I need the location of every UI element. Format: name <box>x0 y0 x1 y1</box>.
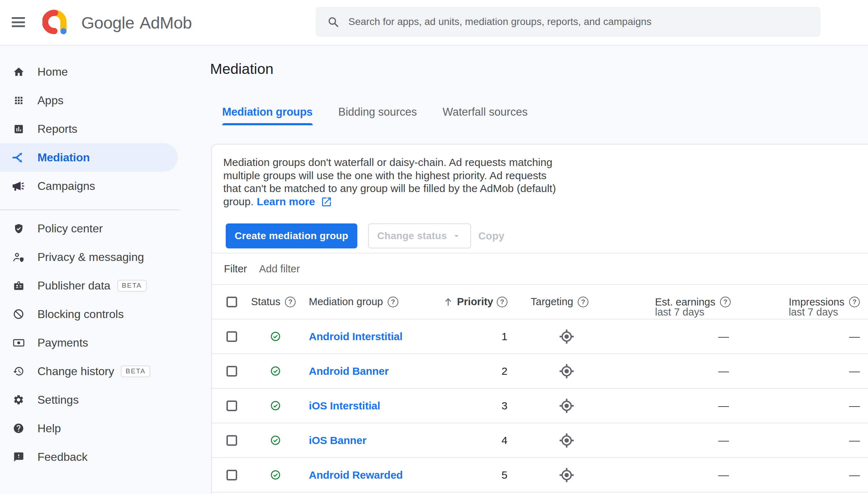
column-priority-sort[interactable]: Priority ? <box>443 296 514 308</box>
impressions-value: — <box>849 434 860 447</box>
targeting-icon[interactable] <box>559 363 575 379</box>
copy-button[interactable]: Copy <box>478 230 504 242</box>
info-line: multiple groups will use the one with th… <box>223 169 860 182</box>
sidebar-item-payments[interactable]: Payments <box>0 328 178 357</box>
sidebar-item-change-history[interactable]: Change history BETA <box>0 357 178 385</box>
brand-google: Google <box>81 13 134 32</box>
info-line-text: group. <box>223 195 254 208</box>
earnings-value: — <box>718 365 731 377</box>
beta-badge: BETA <box>121 366 150 377</box>
sidebar-item-label: Reports <box>37 122 77 136</box>
table-row: iOS Banner 4 — — <box>212 423 868 458</box>
mediation-group-link[interactable]: Android Interstitial <box>309 331 403 343</box>
table-row: iOS Interstitial 3 — — <box>212 389 868 423</box>
sidebar-item-help[interactable]: Help <box>0 414 178 443</box>
column-priority: Priority <box>457 296 493 308</box>
targeting-help-icon[interactable]: ? <box>578 297 588 307</box>
status-enabled-icon <box>270 435 281 445</box>
sidebar-item-label: Policy center <box>37 222 103 235</box>
priority-value: 1 <box>501 331 514 343</box>
search-icon <box>327 16 339 28</box>
mediation-groups-card: Mediation groups don't waterfall or dais… <box>211 144 868 494</box>
priority-help-icon[interactable]: ? <box>497 297 507 307</box>
mediation-groups-table: Status ? Mediation group ? Priority ? Ta… <box>212 285 868 493</box>
table-header-row: Status ? Mediation group ? Priority ? Ta… <box>212 285 868 319</box>
sidebar-item-blocking-controls[interactable]: Blocking controls <box>0 300 178 328</box>
tab-waterfall-sources[interactable]: Waterfall sources <box>443 105 527 125</box>
sidebar-item-reports[interactable]: Reports <box>0 115 178 143</box>
impressions-help-icon[interactable]: ? <box>849 297 860 307</box>
status-help-icon[interactable]: ? <box>285 297 296 307</box>
earnings-value: — <box>718 469 731 481</box>
history-icon <box>12 365 25 378</box>
earnings-value: — <box>718 434 731 447</box>
sidebar-item-mediation[interactable]: Mediation <box>0 143 178 172</box>
block-icon <box>12 308 25 321</box>
mediation-group-link[interactable]: Android Rewarded <box>309 469 403 481</box>
targeting-icon[interactable] <box>559 467 575 483</box>
admob-logo-icon[interactable] <box>42 10 67 36</box>
status-enabled-icon <box>270 366 281 376</box>
feedback-icon <box>12 450 25 463</box>
sidebar-item-label: Home <box>37 65 68 79</box>
earnings-help-icon[interactable]: ? <box>720 297 731 307</box>
sort-ascending-icon <box>443 297 453 307</box>
sidebar-item-label: Publisher data <box>37 279 111 292</box>
targeting-icon[interactable] <box>559 433 575 448</box>
banknote-icon <box>12 336 25 349</box>
bar-chart-icon <box>12 122 25 135</box>
mediation-group-help-icon[interactable]: ? <box>388 297 398 307</box>
priority-value: 5 <box>501 469 514 481</box>
learn-more-label: Learn more <box>257 195 315 208</box>
sidebar-item-label: Change history <box>37 365 114 378</box>
menu-icon[interactable] <box>12 17 25 27</box>
row-checkbox[interactable] <box>226 366 237 377</box>
select-all-checkbox[interactable] <box>226 297 237 307</box>
sidebar-item-label: Mediation <box>37 151 90 164</box>
mediation-group-link[interactable]: iOS Banner <box>309 434 366 447</box>
impressions-value: — <box>849 331 860 343</box>
row-checkbox[interactable] <box>226 470 237 480</box>
sidebar-item-label: Help <box>37 422 61 435</box>
brand-admob: AdMob <box>140 13 192 32</box>
status-enabled-icon <box>270 470 281 480</box>
global-search <box>316 7 821 37</box>
help-icon <box>12 422 25 435</box>
add-filter-button[interactable]: Add filter <box>259 263 300 275</box>
sidebar-item-privacy-messaging[interactable]: Privacy & messaging <box>0 243 178 271</box>
person-shield-icon <box>12 251 25 263</box>
column-targeting: Targeting <box>531 296 573 308</box>
gear-icon <box>12 393 25 406</box>
info-line: group.Learn more <box>223 195 860 208</box>
row-checkbox[interactable] <box>226 400 237 411</box>
status-enabled-icon <box>270 400 281 411</box>
learn-more-link[interactable]: Learn more <box>257 195 332 208</box>
targeting-icon[interactable] <box>559 398 575 414</box>
column-status: Status <box>251 296 280 308</box>
table-row: Android Rewarded 5 — — <box>212 458 868 493</box>
mediation-group-link[interactable]: Android Banner <box>309 365 389 377</box>
sidebar-item-label: Settings <box>37 393 79 407</box>
sidebar-item-policy-center[interactable]: Policy center <box>0 214 178 243</box>
info-line: Mediation groups don't waterfall or dais… <box>223 156 860 169</box>
sidebar-item-home[interactable]: Home <box>0 57 178 86</box>
tab-bidding-sources[interactable]: Bidding sources <box>338 105 417 125</box>
mediation-group-link[interactable]: iOS Interstitial <box>309 400 380 412</box>
search-input[interactable] <box>339 7 821 37</box>
sidebar-item-publisher-data[interactable]: Publisher data BETA <box>0 271 178 300</box>
row-checkbox[interactable] <box>226 435 237 446</box>
sidebar-item-apps[interactable]: Apps <box>0 86 178 115</box>
sidebar-item-feedback[interactable]: Feedback <box>0 443 178 471</box>
targeting-icon[interactable] <box>559 329 575 344</box>
sidebar-item-campaigns[interactable]: Campaigns <box>0 172 178 200</box>
sidebar-item-label: Feedback <box>37 450 88 464</box>
info-line: that can't be matched to any group will … <box>223 182 860 195</box>
change-status-button[interactable]: Change status <box>368 223 471 248</box>
row-checkbox[interactable] <box>226 331 237 342</box>
main-content: Mediation Mediation groups Bidding sourc… <box>180 46 868 494</box>
create-mediation-group-button[interactable]: Create mediation group <box>226 223 357 248</box>
tab-mediation-groups[interactable]: Mediation groups <box>222 105 313 125</box>
column-period: last 7 days <box>655 306 705 318</box>
sidebar-item-label: Blocking controls <box>37 308 124 321</box>
sidebar-item-settings[interactable]: Settings <box>0 385 178 414</box>
